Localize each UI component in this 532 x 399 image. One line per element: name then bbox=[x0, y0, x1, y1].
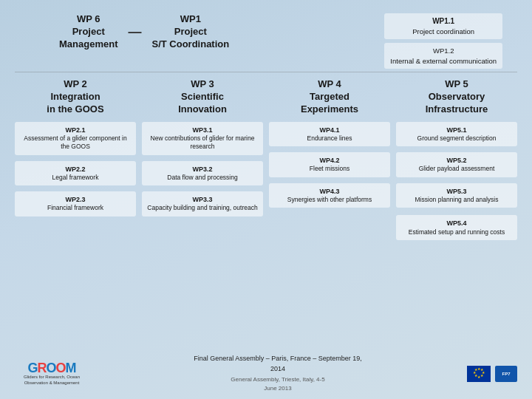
dash: — bbox=[128, 24, 141, 40]
wp2-sub-label-2: WP2.2 bbox=[20, 165, 131, 174]
wp6-line2: Project bbox=[59, 26, 117, 38]
wp4-sub-item-3: WP4.3Synergies with other platforms bbox=[269, 183, 390, 208]
divider bbox=[15, 72, 517, 72]
wp1-2-label: WP1.2 bbox=[390, 46, 497, 55]
footer-right: ★ ★ ★ ★ ★ ★ ★ ★ FP7 bbox=[467, 366, 517, 382]
wp5-sub-item-1: WP5.1Ground segment description bbox=[396, 122, 517, 147]
wp1-2-box: WP1.2 Internal & external communication bbox=[384, 43, 502, 69]
wp6-wp1-group: WP 6 Project Management — WP1 Project S/… bbox=[15, 13, 229, 51]
wp3-sub-item-1: WP3.1New contributions of glider for mar… bbox=[142, 122, 263, 155]
footer-line2: 2014 bbox=[194, 364, 362, 375]
wp1-1-label: WP1.1 bbox=[390, 16, 497, 27]
wp2-sub-item-3: WP2.3Financial framework bbox=[15, 191, 136, 216]
wp3-main-label: WP 3ScientificInnovation bbox=[178, 78, 227, 116]
column-wp4: WP 4TargetedExperimentsWP4.1Endurance li… bbox=[269, 78, 390, 208]
wp3-sub-label-2: WP3.2 bbox=[147, 165, 258, 174]
wp1-line3: S/T Coordination bbox=[151, 38, 229, 51]
wp1-2-desc: Internal & external communication bbox=[390, 56, 497, 66]
footer-line1: Final General Assembly – Paris, France –… bbox=[194, 354, 362, 364]
wp1-line2: Project bbox=[151, 26, 229, 38]
footer-logos: GROOM Gliders for Research, Ocean Observ… bbox=[15, 361, 89, 385]
groom-logo: GROOM Gliders for Research, Ocean Observ… bbox=[15, 361, 89, 385]
top-row: WP 6 Project Management — WP1 Project S/… bbox=[15, 13, 517, 69]
wp3-sub-item-2: WP3.2Data flow and processing bbox=[142, 161, 263, 186]
wp5-sub-item-2: WP5.2Glider payload assessment bbox=[396, 152, 517, 177]
wp4-sub-item-1: WP4.1Endurance lines bbox=[269, 122, 390, 147]
wp6-box: WP 6 Project Management bbox=[59, 13, 117, 51]
wp5-main-label: WP 5ObservatoryInfrastructure bbox=[426, 78, 488, 116]
wp3-sub-label-3: WP3.3 bbox=[147, 195, 258, 204]
wp4-main-label: WP 4TargetedExperiments bbox=[301, 78, 358, 116]
wp1-line1: WP1 bbox=[151, 13, 229, 26]
wp2-sub-label-3: WP2.3 bbox=[20, 195, 131, 204]
wp6-line3: Management bbox=[59, 38, 117, 51]
footer: GROOM Gliders for Research, Ocean Observ… bbox=[0, 354, 532, 393]
wp1-box: WP1 Project S/T Coordination bbox=[151, 13, 229, 51]
wp5-sub-item-4: WP5.4Estimated setup and running costs bbox=[396, 215, 517, 240]
wp1-1-box: WP1.1 Project coordination bbox=[384, 13, 502, 39]
wp4-sub-label-1: WP4.1 bbox=[274, 126, 385, 134]
main-container: WP 6 Project Management — WP1 Project S/… bbox=[0, 0, 532, 399]
wp5-sub-label-3: WP5.3 bbox=[401, 187, 512, 196]
footer-alt-line1: General Assembly, Trieste, Italy, 4-5 bbox=[194, 375, 362, 384]
groom-logo-subtext: Gliders for Research, Ocean Observation … bbox=[15, 375, 89, 385]
wp5-sub-label-4: WP5.4 bbox=[401, 219, 512, 228]
column-wp3: WP 3ScientificInnovationWP3.1New contrib… bbox=[142, 78, 263, 216]
partner-logo: FP7 bbox=[495, 366, 517, 382]
mid-row: WP 2Integrationin the GOOSWP2.1Assessmen… bbox=[15, 78, 517, 240]
wp3-sub-item-3: WP3.3Capacity building and training, out… bbox=[142, 191, 263, 216]
wp4-sub-label-2: WP4.2 bbox=[274, 156, 385, 165]
footer-alt-line2: June 2013 bbox=[194, 384, 362, 393]
wp5-sub-item-3: WP5.3Mission planning and analysis bbox=[396, 183, 517, 208]
wp2-sub-item-2: WP2.2Legal framework bbox=[15, 161, 136, 186]
wp2-sub-label-1: WP2.1 bbox=[20, 126, 131, 134]
column-wp2: WP 2Integrationin the GOOSWP2.1Assessmen… bbox=[15, 78, 136, 216]
eu-flag-icon: ★ ★ ★ ★ ★ ★ ★ ★ bbox=[467, 366, 491, 382]
footer-text: Final General Assembly – Paris, France –… bbox=[194, 354, 362, 393]
wp6-line1: WP 6 bbox=[59, 13, 117, 26]
groom-logo-text: GROOM bbox=[27, 361, 75, 375]
wp3-sub-label-1: WP3.1 bbox=[147, 126, 258, 134]
wp2-main-label: WP 2Integrationin the GOOS bbox=[47, 78, 103, 116]
column-wp5: WP 5ObservatoryInfrastructureWP5.1Ground… bbox=[396, 78, 517, 240]
wp1-sub-group: WP1.1 Project coordination WP1.2 Interna… bbox=[384, 13, 517, 69]
wp1-1-desc: Project coordination bbox=[390, 27, 497, 36]
wp5-sub-label-2: WP5.2 bbox=[401, 156, 512, 165]
wp2-sub-item-1: WP2.1Assessment of a glider component in… bbox=[15, 122, 136, 155]
wp4-sub-label-3: WP4.3 bbox=[274, 187, 385, 196]
wp4-sub-item-2: WP4.2Fleet missions bbox=[269, 152, 390, 177]
wp5-sub-label-1: WP5.1 bbox=[401, 126, 512, 134]
